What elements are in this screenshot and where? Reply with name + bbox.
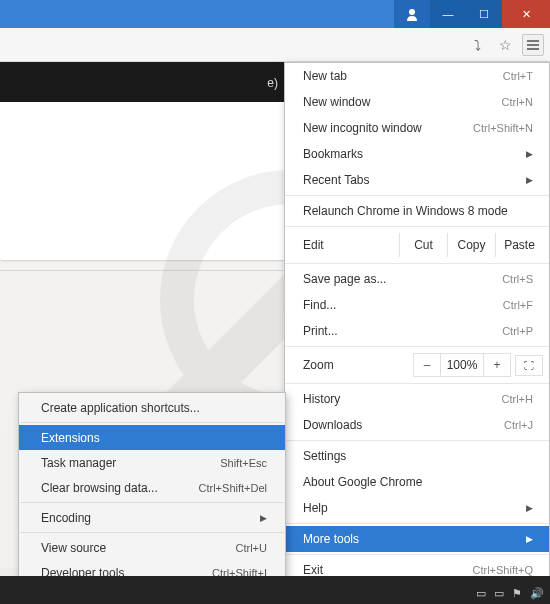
submenu-view-source[interactable]: View sourceCtrl+U xyxy=(19,535,285,560)
menu-separator xyxy=(285,346,549,347)
menu-history[interactable]: HistoryCtrl+H xyxy=(285,386,549,412)
window-minimize-button[interactable]: — xyxy=(430,0,466,28)
menu-more-tools[interactable]: More tools▶ xyxy=(285,526,549,552)
menu-edit-label: Edit xyxy=(303,238,399,252)
window-close-button[interactable]: ✕ xyxy=(502,0,550,28)
submenu-encoding[interactable]: Encoding▶ xyxy=(19,505,285,530)
tray-app-icon[interactable]: ▭ xyxy=(494,587,504,600)
menu-separator xyxy=(20,532,284,533)
chevron-right-icon: ▶ xyxy=(526,175,533,185)
menu-separator xyxy=(285,263,549,264)
chevron-right-icon: ▶ xyxy=(526,534,533,544)
menu-separator xyxy=(285,195,549,196)
tray-volume-icon[interactable]: 🔊 xyxy=(530,587,544,600)
menu-about[interactable]: About Google Chrome xyxy=(285,469,549,495)
menu-downloads[interactable]: DownloadsCtrl+J xyxy=(285,412,549,438)
menu-separator xyxy=(285,554,549,555)
zoom-value: 100% xyxy=(440,353,484,377)
menu-new-incognito[interactable]: New incognito windowCtrl+Shift+N xyxy=(285,115,549,141)
window-maximize-button[interactable]: ☐ xyxy=(466,0,502,28)
menu-separator xyxy=(285,226,549,227)
menu-new-window[interactable]: New windowCtrl+N xyxy=(285,89,549,115)
menu-edit-row: Edit Cut Copy Paste xyxy=(285,229,549,261)
submenu-create-shortcuts[interactable]: Create application shortcuts... xyxy=(19,395,285,420)
more-tools-submenu: Create application shortcuts... Extensio… xyxy=(18,392,286,604)
menu-find[interactable]: Find...Ctrl+F xyxy=(285,292,549,318)
menu-cut[interactable]: Cut xyxy=(399,233,447,257)
zoom-out-button[interactable]: – xyxy=(413,353,441,377)
system-tray[interactable]: ▭ ▭ ⚑ 🔊 xyxy=(476,587,544,600)
submenu-extensions[interactable]: Extensions xyxy=(19,425,285,450)
menu-help[interactable]: Help▶ xyxy=(285,495,549,521)
page-header-band: e) xyxy=(0,62,290,102)
chevron-right-icon: ▶ xyxy=(526,149,533,159)
menu-settings[interactable]: Settings xyxy=(285,443,549,469)
menu-save-page[interactable]: Save page as...Ctrl+S xyxy=(285,266,549,292)
windows-taskbar: ▭ ▭ ⚑ 🔊 xyxy=(0,576,550,604)
menu-zoom-label: Zoom xyxy=(303,358,414,372)
menu-print[interactable]: Print...Ctrl+P xyxy=(285,318,549,344)
page-card xyxy=(0,102,288,260)
menu-bookmarks[interactable]: Bookmarks▶ xyxy=(285,141,549,167)
menu-paste[interactable]: Paste xyxy=(495,233,543,257)
browser-toolbar: ⤵ ☆ xyxy=(0,28,550,62)
zoom-in-button[interactable]: + xyxy=(483,353,511,377)
menu-zoom-row: Zoom – 100% + ⛶ xyxy=(285,349,549,381)
page-divider xyxy=(0,270,286,271)
bookmark-star-icon[interactable]: ☆ xyxy=(494,34,516,56)
menu-separator xyxy=(20,422,284,423)
menu-relaunch-win8[interactable]: Relaunch Chrome in Windows 8 mode xyxy=(285,198,549,224)
menu-separator xyxy=(285,383,549,384)
menu-separator xyxy=(285,523,549,524)
fullscreen-button[interactable]: ⛶ xyxy=(515,355,543,376)
tray-flag-icon[interactable]: ⚑ xyxy=(512,587,522,600)
chevron-right-icon: ▶ xyxy=(526,503,533,513)
menu-separator xyxy=(20,502,284,503)
window-titlebar: — ☐ ✕ xyxy=(0,0,550,28)
translate-icon[interactable]: ⤵ xyxy=(466,34,488,56)
chrome-main-menu: New tabCtrl+T New windowCtrl+N New incog… xyxy=(284,62,550,584)
tray-app-icon[interactable]: ▭ xyxy=(476,587,486,600)
menu-recent-tabs[interactable]: Recent Tabs▶ xyxy=(285,167,549,193)
chevron-right-icon: ▶ xyxy=(260,513,267,523)
menu-copy[interactable]: Copy xyxy=(447,233,495,257)
menu-separator xyxy=(285,440,549,441)
submenu-clear-browsing[interactable]: Clear browsing data...Ctrl+Shift+Del xyxy=(19,475,285,500)
hamburger-menu-button[interactable] xyxy=(522,34,544,56)
submenu-task-manager[interactable]: Task managerShift+Esc xyxy=(19,450,285,475)
menu-new-tab[interactable]: New tabCtrl+T xyxy=(285,63,549,89)
user-profile-button[interactable] xyxy=(394,0,430,28)
svg-point-0 xyxy=(409,9,415,15)
